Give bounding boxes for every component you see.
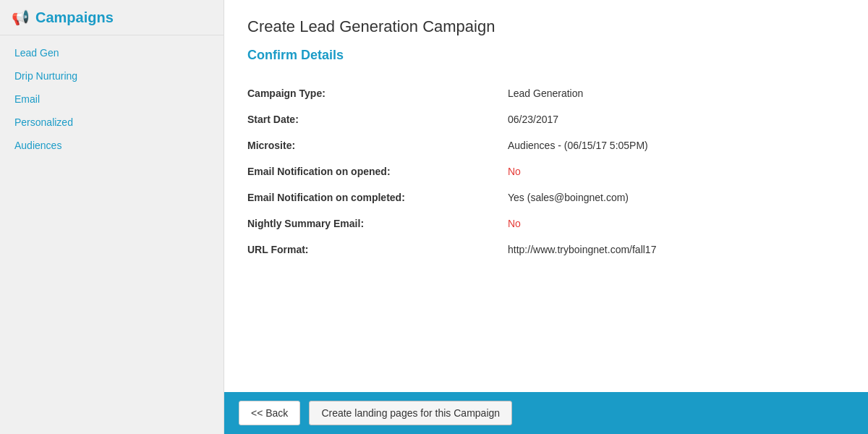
detail-row-campaign-type: Campaign Type: Lead Generation <box>247 80 845 106</box>
detail-label-email-opened: Email Notification on opened: <box>247 166 508 177</box>
detail-label-url-format: URL Format: <box>247 244 508 255</box>
detail-row-nightly-summary: Nightly Summary Email: No <box>247 210 845 237</box>
detail-value-email-opened: No <box>508 166 845 177</box>
detail-value-nightly-summary: No <box>508 218 845 229</box>
create-landing-pages-button[interactable]: Create landing pages for this Campaign <box>309 401 512 425</box>
sidebar-nav: Lead Gen Drip Nurturing Email Personaliz… <box>0 35 224 163</box>
sidebar: 📢 Campaigns Lead Gen Drip Nurturing Emai… <box>0 0 224 434</box>
details-table: Campaign Type: Lead Generation Start Dat… <box>247 80 845 263</box>
footer-bar: << Back Create landing pages for this Ca… <box>224 392 868 434</box>
detail-label-microsite: Microsite: <box>247 140 508 151</box>
detail-label-email-completed: Email Notification on completed: <box>247 192 508 203</box>
detail-row-email-completed: Email Notification on completed: Yes (sa… <box>247 184 845 210</box>
detail-row-start-date: Start Date: 06/23/2017 <box>247 106 845 132</box>
detail-value-campaign-type: Lead Generation <box>508 88 845 99</box>
detail-row-microsite: Microsite: Audiences - (06/15/17 5:05PM) <box>247 132 845 158</box>
detail-row-email-opened: Email Notification on opened: No <box>247 158 845 184</box>
detail-value-microsite: Audiences - (06/15/17 5:05PM) <box>508 140 845 151</box>
detail-value-start-date: 06/23/2017 <box>508 114 845 125</box>
sidebar-item-personalized[interactable]: Personalized <box>0 111 224 134</box>
content-area: Create Lead Generation Campaign Confirm … <box>224 0 868 392</box>
detail-label-start-date: Start Date: <box>247 114 508 125</box>
detail-label-campaign-type: Campaign Type: <box>247 88 508 99</box>
campaigns-icon: 📢 <box>12 9 30 26</box>
sidebar-title: Campaigns <box>35 9 114 26</box>
main-content: Create Lead Generation Campaign Confirm … <box>224 0 868 434</box>
detail-row-url-format: URL Format: http://www.tryboingnet.com/f… <box>247 237 845 263</box>
sidebar-item-audiences[interactable]: Audiences <box>0 134 224 157</box>
sidebar-item-drip-nurturing[interactable]: Drip Nurturing <box>0 64 224 88</box>
sidebar-header: 📢 Campaigns <box>0 0 224 35</box>
detail-value-url-format: http://www.tryboingnet.com/fall17 <box>508 244 845 255</box>
sidebar-item-email[interactable]: Email <box>0 88 224 111</box>
detail-value-email-completed: Yes (sales@boingnet.com) <box>508 192 845 203</box>
detail-label-nightly-summary: Nightly Summary Email: <box>247 218 508 229</box>
sidebar-item-lead-gen[interactable]: Lead Gen <box>0 41 224 64</box>
page-title: Create Lead Generation Campaign <box>247 17 845 36</box>
section-title: Confirm Details <box>247 48 845 63</box>
back-button[interactable]: << Back <box>239 401 300 425</box>
